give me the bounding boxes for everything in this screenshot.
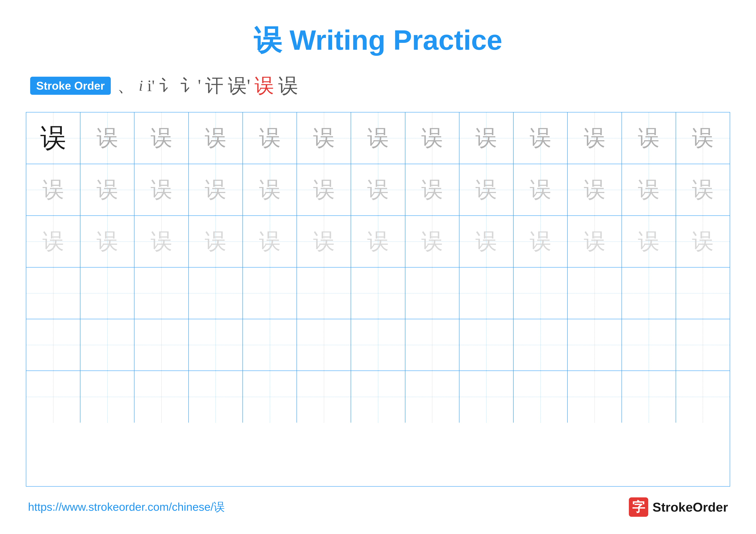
grid-cell-5-12[interactable] [676,371,730,423]
cell-char: 误 [530,231,551,252]
cell-char: 误 [475,127,497,149]
grid-cell-0-6[interactable]: 误 [351,113,405,164]
grid-cell-4-0[interactable] [26,319,80,370]
grid-cell-2-7[interactable]: 误 [405,216,459,267]
grid-cell-2-6[interactable]: 误 [351,216,405,267]
grid-cell-4-4[interactable] [243,319,297,370]
cell-char: 误 [584,127,606,149]
grid-cell-2-8[interactable]: 误 [459,216,514,267]
grid-cell-1-12[interactable]: 误 [676,164,730,216]
grid-cell-2-10[interactable]: 误 [568,216,622,267]
grid-cell-0-3[interactable]: 误 [189,113,243,164]
grid-cell-5-10[interactable] [568,371,622,423]
grid-cell-5-8[interactable] [459,371,514,423]
grid-cell-2-3[interactable]: 误 [189,216,243,267]
grid-cell-1-9[interactable]: 误 [514,164,568,216]
grid-cell-0-12[interactable]: 误 [676,113,730,164]
grid-row-0[interactable]: 误误误误误误误误误误误误误 [26,113,730,164]
stroke-order-row: Stroke Order 、 i i' 讠 讠' 讦 误' 误 误 [26,72,730,99]
grid-cell-1-1[interactable]: 误 [80,164,134,216]
grid-cell-3-6[interactable] [351,267,405,319]
grid-cell-0-0[interactable]: 误 [26,113,80,164]
grid-row-2[interactable]: 误误误误误误误误误误误误误 [26,216,730,267]
grid-cell-1-6[interactable]: 误 [351,164,405,216]
grid-cell-3-1[interactable] [80,267,134,319]
cell-char: 误 [638,127,660,149]
grid-cell-2-0[interactable]: 误 [26,216,80,267]
cell-char: 误 [475,179,497,201]
grid-cell-0-9[interactable]: 误 [514,113,568,164]
grid-cell-5-9[interactable] [514,371,568,423]
grid-cell-5-0[interactable] [26,371,80,423]
grid-cell-2-4[interactable]: 误 [243,216,297,267]
grid-cell-4-3[interactable] [189,319,243,370]
grid-cell-1-2[interactable]: 误 [134,164,189,216]
grid-cell-5-2[interactable] [134,371,189,423]
grid-cell-4-10[interactable] [568,319,622,370]
grid-cell-3-11[interactable] [622,267,676,319]
grid-cell-2-9[interactable]: 误 [514,216,568,267]
grid-cell-1-10[interactable]: 误 [568,164,622,216]
website-url[interactable]: https://www.strokeorder.com/chinese/误 [28,499,225,515]
cell-char: 误 [259,179,281,201]
grid-cell-3-3[interactable] [189,267,243,319]
grid-cell-3-0[interactable] [26,267,80,319]
grid-cell-3-5[interactable] [297,267,351,319]
grid-cell-2-2[interactable]: 误 [134,216,189,267]
grid-cell-1-4[interactable]: 误 [243,164,297,216]
cell-char: 误 [150,231,172,252]
stroke-8: 误 [255,73,274,99]
grid-cell-5-4[interactable] [243,371,297,423]
grid-cell-0-7[interactable]: 误 [405,113,459,164]
grid-cell-0-4[interactable]: 误 [243,113,297,164]
grid-cell-0-5[interactable]: 误 [297,113,351,164]
grid-cell-3-10[interactable] [568,267,622,319]
grid-cell-4-2[interactable] [134,319,189,370]
grid-cell-5-3[interactable] [189,371,243,423]
grid-cell-4-12[interactable] [676,319,730,370]
grid-cell-0-8[interactable]: 误 [459,113,514,164]
grid-cell-5-7[interactable] [405,371,459,423]
cell-char: 误 [638,231,660,252]
grid-cell-2-11[interactable]: 误 [622,216,676,267]
cell-char: 误 [692,127,714,149]
grid-cell-2-5[interactable]: 误 [297,216,351,267]
cell-char: 误 [421,231,443,252]
grid-cell-1-0[interactable]: 误 [26,164,80,216]
grid-cell-2-12[interactable]: 误 [676,216,730,267]
grid-cell-1-3[interactable]: 误 [189,164,243,216]
grid-cell-4-11[interactable] [622,319,676,370]
grid-cell-4-8[interactable] [459,319,514,370]
grid-cell-0-10[interactable]: 误 [568,113,622,164]
grid-cell-1-5[interactable]: 误 [297,164,351,216]
grid-cell-3-7[interactable] [405,267,459,319]
grid-cell-3-12[interactable] [676,267,730,319]
grid-row-4[interactable] [26,319,730,371]
grid-cell-1-11[interactable]: 误 [622,164,676,216]
grid-cell-1-8[interactable]: 误 [459,164,514,216]
grid-cell-5-6[interactable] [351,371,405,423]
grid-cell-4-6[interactable] [351,319,405,370]
grid-cell-5-11[interactable] [622,371,676,423]
grid-cell-5-5[interactable] [297,371,351,423]
grid-cell-4-1[interactable] [80,319,134,370]
grid-cell-4-5[interactable] [297,319,351,370]
grid-row-3[interactable] [26,267,730,319]
grid-cell-0-11[interactable]: 误 [622,113,676,164]
grid-cell-3-2[interactable] [134,267,189,319]
grid-cell-3-8[interactable] [459,267,514,319]
grid-cell-0-2[interactable]: 误 [134,113,189,164]
grid-cell-4-7[interactable] [405,319,459,370]
grid-cell-0-1[interactable]: 误 [80,113,134,164]
grid-row-1[interactable]: 误误误误误误误误误误误误误 [26,164,730,216]
cell-char: 误 [692,179,714,201]
grid-cell-4-9[interactable] [514,319,568,370]
grid-row-5[interactable] [26,371,730,423]
grid-cell-3-9[interactable] [514,267,568,319]
grid-cell-5-1[interactable] [80,371,134,423]
grid-cell-3-4[interactable] [243,267,297,319]
grid-cell-2-1[interactable]: 误 [80,216,134,267]
grid-cell-1-7[interactable]: 误 [405,164,459,216]
cell-char: 误 [530,179,551,201]
stroke-1: 、 [117,74,134,97]
